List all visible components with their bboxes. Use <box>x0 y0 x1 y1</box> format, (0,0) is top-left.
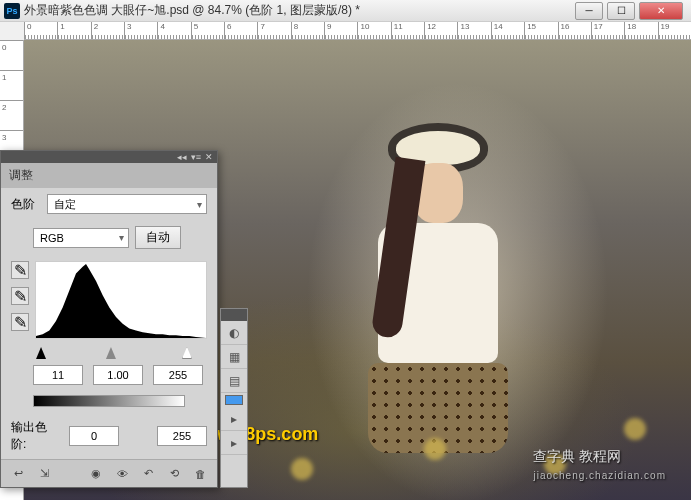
minimize-button[interactable]: ─ <box>575 2 603 20</box>
mini-icon-4[interactable]: ▸ <box>221 407 247 431</box>
input-white-field[interactable] <box>153 365 203 385</box>
photoshop-icon: Ps <box>4 3 20 19</box>
input-slider[interactable] <box>1 345 217 361</box>
reset-icon[interactable]: ⟲ <box>165 465 183 483</box>
clip-icon[interactable]: ◉ <box>87 465 105 483</box>
histogram-chart <box>35 261 207 339</box>
mini-icon-5[interactable]: ▸ <box>221 431 247 455</box>
window-title: 外景暗紫色色调 大眼仔~旭.psd @ 84.7% (色阶 1, 图层蒙版/8)… <box>24 2 575 19</box>
window-titlebar: Ps 外景暗紫色色调 大眼仔~旭.psd @ 84.7% (色阶 1, 图层蒙版… <box>0 0 691 22</box>
mini-panel-header[interactable] <box>221 309 247 321</box>
panel-close-icon[interactable]: ✕ <box>205 152 213 162</box>
color-swatch[interactable] <box>225 395 243 405</box>
panel-collapse-icon[interactable]: ◂◂ <box>177 152 187 162</box>
input-mid-field[interactable] <box>93 365 143 385</box>
prev-state-icon[interactable]: ↶ <box>139 465 157 483</box>
adjustments-tab[interactable]: 调整 <box>1 163 217 188</box>
output-white-field[interactable] <box>157 426 207 446</box>
mini-icon-2[interactable]: ▦ <box>221 345 247 369</box>
panel-menu-icon[interactable]: ▾≡ <box>191 152 201 162</box>
mini-icon-3[interactable]: ▤ <box>221 369 247 393</box>
output-gradient[interactable] <box>33 395 185 407</box>
levels-label: 色阶 <box>11 196 41 213</box>
black-eyedropper-icon[interactable]: ✎ <box>11 261 29 279</box>
panel-header[interactable]: ◂◂ ▾≡ ✕ <box>1 151 217 163</box>
white-eyedropper-icon[interactable]: ✎ <box>11 313 29 331</box>
white-point-handle[interactable] <box>182 347 192 359</box>
mini-icon-1[interactable]: ◐ <box>221 321 247 345</box>
channel-select[interactable]: RGB <box>33 228 129 248</box>
black-point-handle[interactable] <box>36 347 46 359</box>
output-label: 输出色阶: <box>11 419 57 453</box>
output-black-field[interactable] <box>69 426 119 446</box>
gray-eyedropper-icon[interactable]: ✎ <box>11 287 29 305</box>
panel-footer: ↩ ⇲ ◉ 👁 ↶ ⟲ 🗑 <box>1 459 217 487</box>
return-icon[interactable]: ↩ <box>9 465 27 483</box>
watermark-chazidian: 查字典 教程网 jiaocheng.chazidian.com <box>533 448 666 482</box>
maximize-button[interactable]: ☐ <box>607 2 635 20</box>
auto-button[interactable]: 自动 <box>135 226 181 249</box>
delete-icon[interactable]: 🗑 <box>191 465 209 483</box>
input-black-field[interactable] <box>33 365 83 385</box>
mini-panel: ◐ ▦ ▤ ▸ ▸ <box>220 308 248 488</box>
midtone-handle[interactable] <box>106 347 116 359</box>
preset-select[interactable]: 自定 <box>47 194 207 214</box>
expand-icon[interactable]: ⇲ <box>35 465 53 483</box>
adjustments-panel: ◂◂ ▾≡ ✕ 调整 色阶 自定 RGB 自动 ✎ ✎ ✎ <box>0 150 218 488</box>
close-button[interactable]: ✕ <box>639 2 683 20</box>
horizontal-ruler[interactable]: 012345678910111213141516171819 <box>24 22 691 40</box>
visibility-icon[interactable]: 👁 <box>113 465 131 483</box>
